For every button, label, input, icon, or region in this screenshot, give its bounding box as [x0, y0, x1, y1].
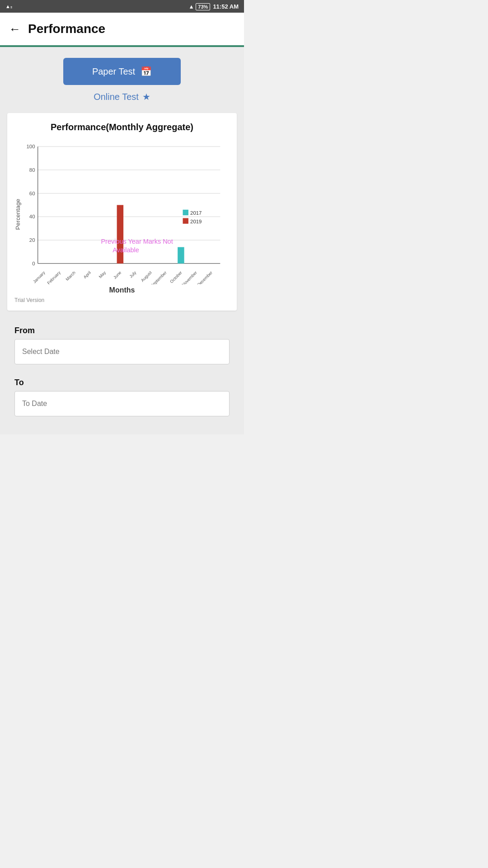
svg-text:June: June	[113, 270, 122, 280]
svg-text:2017: 2017	[190, 210, 202, 216]
svg-text:January: January	[32, 270, 46, 284]
chart-area: Percentage 100 80 60 40 20	[14, 140, 230, 284]
page-title: Performance	[28, 22, 105, 36]
paper-test-button[interactable]: Paper Test 📅	[63, 58, 181, 85]
svg-text:40: 40	[29, 214, 35, 219]
from-field-group: From	[7, 320, 237, 364]
svg-text:July: July	[129, 270, 137, 279]
from-label: From	[7, 320, 237, 339]
signal-icon: ▲₂	[5, 4, 12, 9]
online-test-button[interactable]: Online Test ★	[94, 91, 150, 102]
online-test-label: Online Test	[94, 92, 139, 102]
svg-text:20: 20	[29, 237, 35, 243]
svg-text:Percentage: Percentage	[14, 199, 21, 230]
svg-text:November: November	[181, 270, 198, 284]
svg-rect-30	[183, 218, 188, 223]
paper-test-label: Paper Test	[92, 66, 135, 77]
chart-container: Performance(Monthly Aggregate) Percentag…	[7, 113, 237, 311]
time-display: 11:52 AM	[213, 3, 239, 10]
bar-chart: Percentage 100 80 60 40 20	[14, 140, 230, 284]
svg-text:100: 100	[27, 144, 35, 149]
svg-text:December: December	[197, 270, 213, 284]
status-bar: ▲₂ ▴ 73% 11:52 AM	[0, 0, 244, 13]
svg-text:0: 0	[32, 261, 35, 266]
wifi-icon: ▴	[190, 3, 193, 10]
test-toggle-row: Paper Test 📅 Online Test ★	[7, 58, 237, 102]
back-button[interactable]: ←	[9, 23, 21, 35]
battery-icon: 73%	[196, 3, 210, 10]
x-axis-label: Months	[14, 286, 230, 294]
chart-title: Performance(Monthly Aggregate)	[14, 122, 230, 132]
top-bar: ← Performance	[0, 13, 244, 45]
svg-text:April: April	[83, 270, 92, 279]
svg-text:Available: Available	[113, 246, 139, 254]
to-date-input[interactable]	[14, 391, 230, 416]
svg-text:February: February	[46, 270, 61, 284]
trial-version-label: Trial Version	[14, 297, 230, 303]
main-content: Paper Test 📅 Online Test ★ Performance(M…	[0, 47, 244, 434]
calendar-icon: 📅	[141, 66, 152, 77]
svg-text:80: 80	[29, 167, 35, 173]
svg-text:Previous Year Marks Not: Previous Year Marks Not	[101, 238, 173, 245]
svg-text:August: August	[140, 270, 153, 283]
svg-text:2019: 2019	[190, 219, 202, 224]
to-field-group: To	[7, 372, 237, 416]
star-icon: ★	[142, 91, 150, 102]
svg-text:September: September	[150, 270, 168, 284]
bar-october-2017	[178, 247, 184, 264]
svg-rect-28	[183, 210, 188, 215]
svg-text:60: 60	[29, 191, 35, 196]
svg-text:October: October	[169, 270, 183, 284]
from-date-input[interactable]	[14, 339, 230, 364]
svg-text:May: May	[98, 270, 107, 279]
to-label: To	[7, 372, 237, 391]
svg-text:March: March	[65, 270, 76, 282]
bar-june-2019	[117, 205, 123, 263]
